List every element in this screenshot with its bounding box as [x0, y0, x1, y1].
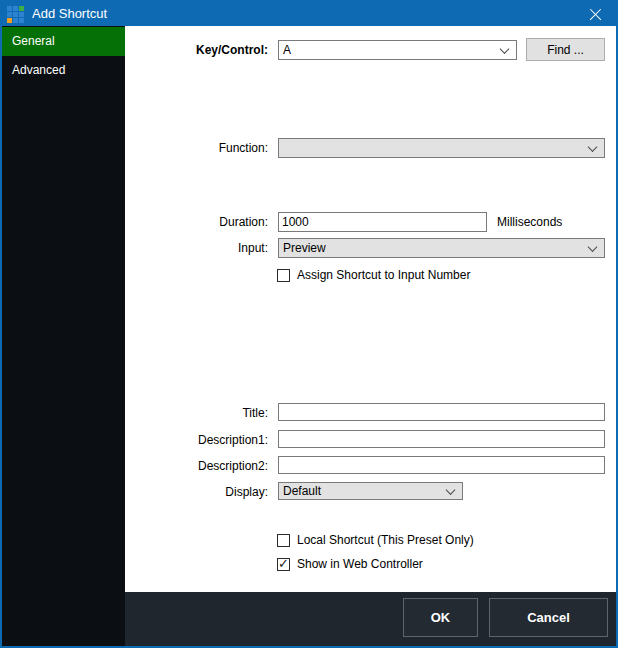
- description2-label: Description2:: [125, 459, 268, 473]
- description1-input[interactable]: [278, 430, 605, 448]
- local-shortcut-checkbox[interactable]: [277, 534, 290, 547]
- tab-general[interactable]: General: [2, 27, 125, 56]
- vmix-logo-icon: [7, 6, 24, 23]
- local-shortcut-checkbox-row[interactable]: Local Shortcut (This Preset Only): [277, 533, 474, 547]
- find-button[interactable]: Find ...: [526, 38, 605, 61]
- sidebar: General Advanced: [2, 26, 125, 646]
- close-button[interactable]: [574, 2, 616, 26]
- titlebar: Add Shortcut: [2, 2, 616, 26]
- general-panel: Key/Control: A Find ... Function: Durati…: [125, 26, 616, 646]
- web-controller-checkbox-row[interactable]: Show in Web Controller: [277, 557, 423, 571]
- chevron-down-icon: [588, 142, 598, 152]
- chevron-down-icon: [446, 485, 456, 495]
- assign-shortcut-checkbox-row[interactable]: Assign Shortcut to Input Number: [277, 268, 470, 282]
- key-control-combobox[interactable]: A: [278, 40, 517, 60]
- cancel-button[interactable]: Cancel: [489, 598, 608, 637]
- ok-button[interactable]: OK: [403, 598, 478, 637]
- display-value: Default: [283, 484, 321, 498]
- function-label: Function:: [125, 141, 268, 155]
- web-controller-checkbox-label: Show in Web Controller: [297, 557, 423, 571]
- input-label: Input:: [125, 241, 268, 255]
- add-shortcut-dialog: Add Shortcut General Advanced Key/Contro…: [0, 0, 618, 648]
- input-combobox[interactable]: Preview: [278, 238, 605, 258]
- tab-advanced[interactable]: Advanced: [2, 56, 125, 85]
- assign-shortcut-checkbox-label: Assign Shortcut to Input Number: [297, 268, 470, 282]
- title-input[interactable]: [278, 403, 605, 421]
- display-label: Display:: [125, 485, 268, 499]
- title-label: Title:: [125, 406, 268, 420]
- chevron-down-icon: [588, 242, 598, 252]
- function-combobox[interactable]: [278, 138, 605, 158]
- web-controller-checkbox[interactable]: [277, 558, 290, 571]
- key-control-label: Key/Control:: [125, 43, 268, 57]
- close-icon: [589, 8, 602, 21]
- display-combobox[interactable]: Default: [278, 482, 463, 500]
- milliseconds-label: Milliseconds: [497, 215, 562, 229]
- input-value: Preview: [283, 241, 326, 255]
- duration-input[interactable]: [278, 212, 487, 232]
- duration-label: Duration:: [125, 215, 268, 229]
- key-control-value: A: [283, 43, 291, 57]
- local-shortcut-checkbox-label: Local Shortcut (This Preset Only): [297, 533, 474, 547]
- description1-label: Description1:: [125, 433, 268, 447]
- window-title: Add Shortcut: [32, 2, 107, 26]
- chevron-down-icon: [500, 44, 510, 54]
- description2-input[interactable]: [278, 456, 605, 474]
- footer-bar: OK Cancel: [125, 592, 616, 646]
- assign-shortcut-checkbox[interactable]: [277, 269, 290, 282]
- dialog-body: General Advanced Key/Control: A Find ...…: [2, 26, 616, 646]
